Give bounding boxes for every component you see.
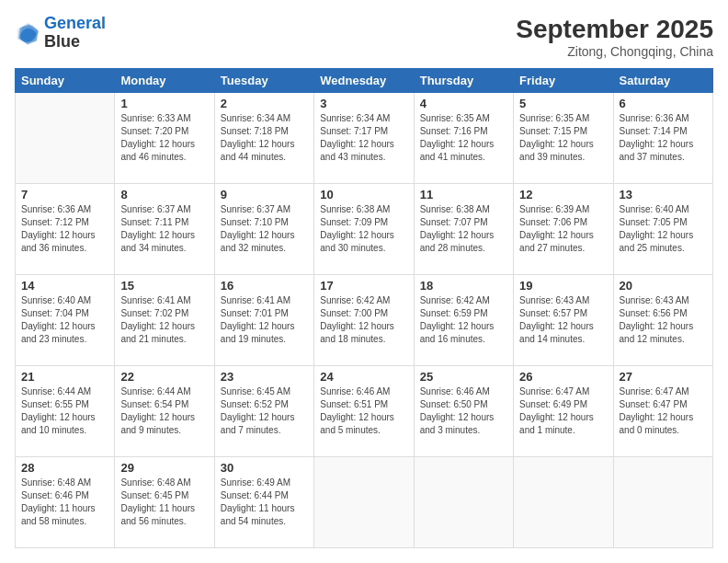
- day-info: Sunrise: 6:37 AM Sunset: 7:11 PM Dayligh…: [120, 203, 208, 255]
- day-number: 20: [620, 279, 707, 293]
- calendar-cell: 5Sunrise: 6:35 AM Sunset: 7:15 PM Daylig…: [514, 93, 613, 184]
- calendar-week-5: 28Sunrise: 6:48 AM Sunset: 6:46 PM Dayli…: [16, 457, 713, 548]
- calendar-header-thursday: Thursday: [414, 69, 513, 93]
- day-number: 13: [620, 188, 707, 201]
- day-number: 15: [120, 279, 208, 293]
- day-number: 23: [221, 370, 308, 384]
- calendar-header-friday: Friday: [514, 69, 613, 93]
- calendar-cell: 13Sunrise: 6:40 AM Sunset: 7:05 PM Dayli…: [613, 184, 712, 275]
- day-number: 26: [519, 370, 607, 384]
- day-number: 4: [420, 97, 507, 110]
- logo-line1: General: [44, 14, 106, 32]
- day-info: Sunrise: 6:43 AM Sunset: 6:57 PM Dayligh…: [519, 294, 607, 346]
- calendar-cell: 6Sunrise: 6:36 AM Sunset: 7:14 PM Daylig…: [613, 93, 712, 184]
- day-number: 10: [320, 188, 407, 201]
- calendar-cell: 28Sunrise: 6:48 AM Sunset: 6:46 PM Dayli…: [16, 457, 115, 548]
- calendar-cell: [314, 457, 414, 548]
- day-number: 5: [519, 97, 607, 110]
- calendar-week-1: 1Sunrise: 6:33 AM Sunset: 7:20 PM Daylig…: [16, 93, 713, 184]
- calendar-cell: 24Sunrise: 6:46 AM Sunset: 6:51 PM Dayli…: [314, 366, 414, 457]
- calendar-cell: 29Sunrise: 6:48 AM Sunset: 6:45 PM Dayli…: [115, 457, 214, 548]
- day-number: 28: [21, 461, 108, 475]
- calendar-cell: 12Sunrise: 6:39 AM Sunset: 7:06 PM Dayli…: [514, 184, 613, 275]
- day-number: 9: [221, 188, 308, 201]
- day-number: 12: [519, 188, 607, 201]
- day-info: Sunrise: 6:47 AM Sunset: 6:49 PM Dayligh…: [519, 385, 607, 437]
- calendar-header-monday: Monday: [115, 69, 214, 93]
- main-title: September 2025: [516, 15, 713, 44]
- calendar-cell: 15Sunrise: 6:41 AM Sunset: 7:02 PM Dayli…: [115, 275, 214, 366]
- day-info: Sunrise: 6:34 AM Sunset: 7:17 PM Dayligh…: [320, 112, 407, 164]
- calendar-header-wednesday: Wednesday: [314, 69, 414, 93]
- title-block: September 2025 Zitong, Chongqing, China: [516, 15, 713, 59]
- day-info: Sunrise: 6:36 AM Sunset: 7:12 PM Dayligh…: [21, 203, 108, 255]
- calendar-week-3: 14Sunrise: 6:40 AM Sunset: 7:04 PM Dayli…: [16, 275, 713, 366]
- calendar-cell: 21Sunrise: 6:44 AM Sunset: 6:55 PM Dayli…: [16, 366, 115, 457]
- day-info: Sunrise: 6:42 AM Sunset: 6:59 PM Dayligh…: [420, 294, 507, 346]
- day-number: 3: [320, 97, 407, 110]
- day-number: 25: [420, 370, 507, 384]
- calendar-cell: 16Sunrise: 6:41 AM Sunset: 7:01 PM Dayli…: [214, 275, 313, 366]
- logo-line2: Blue: [44, 33, 106, 52]
- calendar-header-sunday: Sunday: [16, 69, 115, 93]
- day-number: 19: [519, 279, 607, 293]
- calendar-cell: 20Sunrise: 6:43 AM Sunset: 6:56 PM Dayli…: [613, 275, 712, 366]
- calendar-cell: 2Sunrise: 6:34 AM Sunset: 7:18 PM Daylig…: [214, 93, 313, 184]
- day-number: 14: [21, 279, 108, 293]
- logo-icon: [15, 20, 40, 46]
- day-info: Sunrise: 6:48 AM Sunset: 6:46 PM Dayligh…: [21, 477, 108, 528]
- day-info: Sunrise: 6:44 AM Sunset: 6:55 PM Dayligh…: [21, 385, 108, 437]
- calendar-cell: 30Sunrise: 6:49 AM Sunset: 6:44 PM Dayli…: [214, 457, 313, 548]
- calendar-cell: 14Sunrise: 6:40 AM Sunset: 7:04 PM Dayli…: [16, 275, 115, 366]
- calendar-cell: 25Sunrise: 6:46 AM Sunset: 6:50 PM Dayli…: [414, 366, 513, 457]
- calendar-header-row: SundayMondayTuesdayWednesdayThursdayFrid…: [16, 69, 713, 93]
- calendar-cell: 26Sunrise: 6:47 AM Sunset: 6:49 PM Dayli…: [514, 366, 613, 457]
- day-info: Sunrise: 6:41 AM Sunset: 7:01 PM Dayligh…: [221, 294, 308, 346]
- calendar-header-tuesday: Tuesday: [214, 69, 313, 93]
- page: General Blue September 2025 Zitong, Chon…: [0, 0, 728, 563]
- day-info: Sunrise: 6:42 AM Sunset: 7:00 PM Dayligh…: [320, 294, 407, 346]
- day-number: 24: [320, 370, 407, 384]
- day-info: Sunrise: 6:43 AM Sunset: 6:56 PM Dayligh…: [620, 294, 707, 346]
- day-number: 21: [21, 370, 108, 384]
- day-info: Sunrise: 6:33 AM Sunset: 7:20 PM Dayligh…: [120, 112, 208, 164]
- day-number: 16: [221, 279, 308, 293]
- day-info: Sunrise: 6:35 AM Sunset: 7:16 PM Dayligh…: [420, 112, 507, 164]
- header: General Blue September 2025 Zitong, Chon…: [15, 15, 713, 59]
- logo-text: General Blue: [44, 15, 106, 52]
- day-info: Sunrise: 6:40 AM Sunset: 7:04 PM Dayligh…: [21, 294, 108, 346]
- day-info: Sunrise: 6:38 AM Sunset: 7:07 PM Dayligh…: [420, 203, 507, 255]
- calendar-cell: 17Sunrise: 6:42 AM Sunset: 7:00 PM Dayli…: [314, 275, 414, 366]
- calendar-cell: [414, 457, 513, 548]
- day-number: 22: [120, 370, 208, 384]
- calendar-header-saturday: Saturday: [613, 69, 712, 93]
- day-number: 18: [420, 279, 507, 293]
- calendar-cell: 27Sunrise: 6:47 AM Sunset: 6:47 PM Dayli…: [613, 366, 712, 457]
- day-info: Sunrise: 6:35 AM Sunset: 7:15 PM Dayligh…: [519, 112, 607, 164]
- calendar-cell: 3Sunrise: 6:34 AM Sunset: 7:17 PM Daylig…: [314, 93, 414, 184]
- day-info: Sunrise: 6:46 AM Sunset: 6:51 PM Dayligh…: [320, 385, 407, 437]
- day-info: Sunrise: 6:37 AM Sunset: 7:10 PM Dayligh…: [221, 203, 308, 255]
- calendar-cell: 8Sunrise: 6:37 AM Sunset: 7:11 PM Daylig…: [115, 184, 214, 275]
- day-info: Sunrise: 6:41 AM Sunset: 7:02 PM Dayligh…: [120, 294, 208, 346]
- day-info: Sunrise: 6:46 AM Sunset: 6:50 PM Dayligh…: [420, 385, 507, 437]
- day-info: Sunrise: 6:44 AM Sunset: 6:54 PM Dayligh…: [120, 385, 208, 437]
- calendar-cell: [514, 457, 613, 548]
- day-info: Sunrise: 6:40 AM Sunset: 7:05 PM Dayligh…: [620, 203, 707, 255]
- day-info: Sunrise: 6:49 AM Sunset: 6:44 PM Dayligh…: [221, 477, 308, 528]
- calendar-cell: 7Sunrise: 6:36 AM Sunset: 7:12 PM Daylig…: [16, 184, 115, 275]
- day-number: 29: [120, 461, 208, 475]
- calendar-cell: 4Sunrise: 6:35 AM Sunset: 7:16 PM Daylig…: [414, 93, 513, 184]
- day-number: 1: [120, 97, 208, 110]
- calendar-cell: 18Sunrise: 6:42 AM Sunset: 6:59 PM Dayli…: [414, 275, 513, 366]
- calendar-cell: 22Sunrise: 6:44 AM Sunset: 6:54 PM Dayli…: [115, 366, 214, 457]
- day-info: Sunrise: 6:39 AM Sunset: 7:06 PM Dayligh…: [519, 203, 607, 255]
- calendar-week-2: 7Sunrise: 6:36 AM Sunset: 7:12 PM Daylig…: [16, 184, 713, 275]
- day-info: Sunrise: 6:38 AM Sunset: 7:09 PM Dayligh…: [320, 203, 407, 255]
- day-number: 2: [221, 97, 308, 110]
- day-info: Sunrise: 6:36 AM Sunset: 7:14 PM Dayligh…: [620, 112, 707, 164]
- calendar-cell: 19Sunrise: 6:43 AM Sunset: 6:57 PM Dayli…: [514, 275, 613, 366]
- calendar-week-4: 21Sunrise: 6:44 AM Sunset: 6:55 PM Dayli…: [16, 366, 713, 457]
- logo: General Blue: [15, 15, 106, 52]
- calendar-cell: [16, 93, 115, 184]
